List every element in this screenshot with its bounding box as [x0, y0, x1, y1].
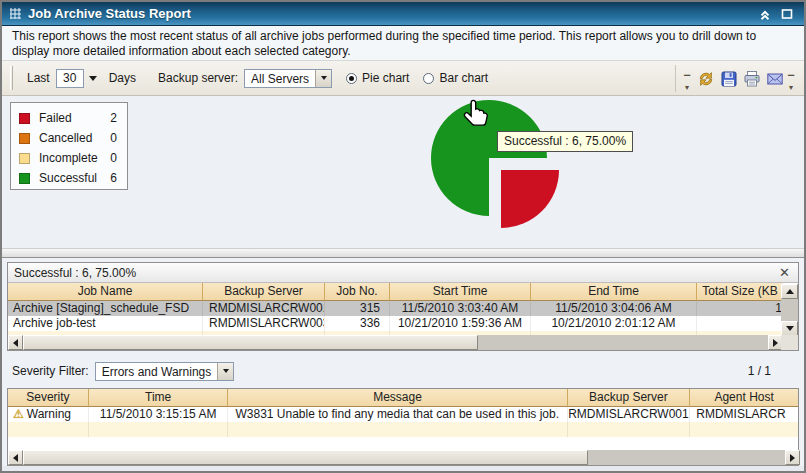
- cell-time: 11/5/2010 3:15:15 AM: [89, 407, 229, 422]
- column-header-severity[interactable]: Severity: [8, 389, 89, 407]
- report-window: Job Archive Status Report This report sh…: [0, 0, 806, 473]
- cell-job-no: 315: [325, 301, 390, 316]
- scroll-down-icon[interactable]: [781, 321, 798, 336]
- severity-filter-label: Severity Filter:: [12, 364, 89, 378]
- page-indicator: 1 / 1: [748, 364, 771, 378]
- cell-job-name: Archive job-test: [8, 316, 203, 331]
- refresh-icon[interactable]: [694, 67, 717, 90]
- chart-area: Failed 2 Cancelled 0 Incomplete 0 Succes…: [2, 96, 804, 248]
- legend-label: Cancelled: [39, 131, 110, 145]
- column-header-total-size[interactable]: Total Size (KB: [697, 283, 783, 301]
- legend-label: Incomplete: [39, 151, 110, 165]
- chart-legend: Failed 2 Cancelled 0 Incomplete 0 Succes…: [10, 102, 128, 190]
- cell-job-name: Archive [Staging]_schedule_FSD: [8, 301, 203, 316]
- cell-message: W3831 Unable to find any media that can …: [228, 407, 567, 422]
- legend-item-successful: Successful 6: [19, 168, 119, 188]
- message-row[interactable]: ⚠Warning 11/5/2010 3:15:15 AM W3831 Unab…: [8, 407, 798, 422]
- legend-count: 0: [110, 151, 119, 165]
- legend-count: 2: [110, 111, 119, 125]
- toolbar-overflow-right-icon[interactable]: ▔▾: [786, 76, 796, 92]
- empty-area: [8, 437, 798, 450]
- column-header-time[interactable]: Time: [89, 389, 229, 407]
- backup-server-value: All Servers: [245, 70, 315, 87]
- last-label: Last: [27, 71, 50, 85]
- legend-item-cancelled: Cancelled 0: [19, 128, 119, 148]
- bar-chart-radio[interactable]: Bar chart: [423, 71, 488, 85]
- report-description: This report shows the most recent status…: [2, 26, 804, 61]
- print-icon[interactable]: [740, 67, 763, 90]
- scroll-left-icon[interactable]: [8, 450, 23, 465]
- legend-item-failed: Failed 2: [19, 108, 119, 128]
- cell-job-no: 336: [325, 316, 390, 331]
- failed-swatch-icon: [19, 113, 30, 124]
- drilldown-column-headers: Job Name Backup Server Job No. Start Tim…: [8, 283, 798, 301]
- cell-end-time: 11/5/2010 3:04:06 AM: [531, 301, 697, 316]
- chevron-down-icon[interactable]: [217, 363, 233, 380]
- column-header-job-no[interactable]: Job No.: [325, 283, 390, 301]
- legend-label: Failed: [39, 111, 110, 125]
- radio-unselected-icon: [423, 73, 434, 84]
- spacer: [2, 351, 804, 359]
- grip-icon: [10, 8, 21, 19]
- chevron-down-icon[interactable]: [315, 70, 331, 87]
- last-days-dropdown-icon[interactable]: [89, 76, 97, 81]
- column-header-backup-server[interactable]: Backup Server: [203, 283, 325, 301]
- cell-backup-server: RMDMISLARCRW003: [203, 316, 325, 331]
- days-label: Days: [109, 71, 136, 85]
- column-header-start-time[interactable]: Start Time: [390, 283, 531, 301]
- scroll-up-icon[interactable]: [781, 284, 798, 299]
- maximize-icon[interactable]: [778, 6, 796, 22]
- last-days-input[interactable]: 30: [56, 69, 84, 88]
- toolbar-actions: ▔▾: [675, 65, 798, 92]
- pie-slice-failed[interactable]: [501, 170, 559, 228]
- cell-total-size: 1: [697, 301, 783, 316]
- column-header-message[interactable]: Message: [228, 389, 567, 407]
- cell-severity: ⚠Warning: [8, 407, 89, 422]
- column-header-backup-server[interactable]: Backup Server: [568, 389, 691, 407]
- scrollbar-thumb[interactable]: [23, 450, 588, 465]
- scrollbar-corner: [781, 335, 798, 350]
- save-icon[interactable]: [717, 67, 740, 90]
- severity-filter-bar: Severity Filter: Errors and Warnings 1 /…: [2, 359, 804, 383]
- pie-tooltip: Successful : 6, 75.00%: [497, 131, 633, 152]
- pie-chart-radio[interactable]: Pie chart: [346, 71, 409, 85]
- cell-backup-server: RMDMISLARCRW001: [568, 407, 691, 422]
- email-icon[interactable]: [763, 67, 786, 90]
- scrollbar-thumb[interactable]: [23, 335, 478, 350]
- close-icon[interactable]: ✕: [777, 266, 792, 279]
- table-row[interactable]: Archive job-test RMDMISLARCRW003 336 10/…: [8, 316, 798, 331]
- radio-selected-icon: [346, 73, 357, 84]
- successful-swatch-icon: [19, 173, 30, 184]
- cell-start-time: 11/5/2010 3:03:40 AM: [390, 301, 531, 316]
- splitter-handle[interactable]: [2, 248, 804, 258]
- vertical-scrollbar[interactable]: [781, 284, 798, 336]
- cell-start-time: 10/21/2010 1:59:36 AM: [390, 316, 531, 331]
- cancelled-swatch-icon: [19, 133, 30, 144]
- toolbar-grip-icon: [10, 66, 13, 90]
- cell-total-size: [697, 316, 783, 331]
- scroll-right-icon[interactable]: [785, 450, 800, 465]
- incomplete-swatch-icon: [19, 153, 30, 164]
- collapse-icon[interactable]: [756, 6, 774, 22]
- drilldown-title: Successful : 6, 75.00%: [14, 266, 777, 280]
- scroll-left-icon[interactable]: [8, 335, 23, 350]
- toolbar: Last 30 Days Backup server: All Servers …: [2, 61, 804, 96]
- backup-server-select[interactable]: All Servers: [244, 69, 332, 88]
- legend-count: 0: [110, 131, 119, 145]
- drilldown-header: Successful : 6, 75.00% ✕: [8, 263, 798, 283]
- warning-icon: ⚠: [13, 407, 24, 421]
- column-header-job-name[interactable]: Job Name: [8, 283, 203, 301]
- horizontal-scrollbar[interactable]: [8, 335, 783, 350]
- column-header-end-time[interactable]: End Time: [531, 283, 697, 301]
- backup-server-label: Backup server:: [158, 71, 238, 85]
- table-row[interactable]: Archive [Staging]_schedule_FSD RMDMISLAR…: [8, 301, 798, 316]
- toolbar-overflow-icon[interactable]: ▔▾: [682, 76, 692, 92]
- severity-filter-select[interactable]: Errors and Warnings: [95, 362, 235, 381]
- severity-filter-value: Errors and Warnings: [96, 363, 218, 380]
- cell-backup-server: RMDMISLARCRW001: [203, 301, 325, 316]
- horizontal-scrollbar[interactable]: [8, 450, 800, 465]
- hand-cursor-icon: [462, 98, 492, 132]
- title-bar: Job Archive Status Report: [2, 2, 804, 26]
- column-header-agent-host[interactable]: Agent Host: [690, 389, 798, 407]
- page-title: Job Archive Status Report: [28, 6, 752, 21]
